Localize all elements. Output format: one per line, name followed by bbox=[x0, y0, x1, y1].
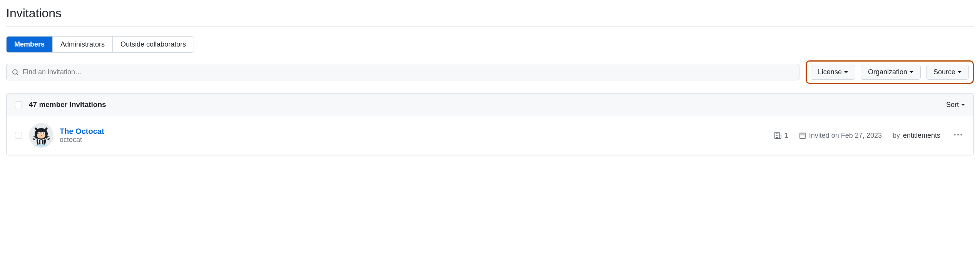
filter-organization-label: Organization bbox=[868, 68, 907, 76]
by-name: entitlements bbox=[903, 132, 940, 140]
filter-source[interactable]: Source bbox=[926, 65, 969, 80]
user-info: The Octocat octocat bbox=[60, 127, 774, 144]
svg-point-6 bbox=[43, 132, 44, 134]
organization-icon bbox=[774, 132, 781, 139]
svg-point-5 bbox=[38, 132, 40, 134]
invitations-list: 47 member invitations Sort bbox=[6, 93, 974, 155]
caret-down-icon bbox=[910, 71, 913, 73]
octocat-icon bbox=[29, 123, 54, 148]
tabs-group: Members Administrators Outside collabora… bbox=[6, 36, 194, 53]
user-login: octocat bbox=[60, 136, 774, 144]
row-actions-button[interactable] bbox=[951, 128, 965, 143]
table-row: The Octocat octocat 1 Invited on Feb 27,… bbox=[7, 116, 973, 155]
filter-license-label: License bbox=[818, 68, 842, 76]
list-header-left: 47 member invitations bbox=[15, 100, 106, 109]
user-display-name[interactable]: The Octocat bbox=[60, 127, 774, 136]
search-icon bbox=[12, 69, 19, 76]
select-all-checkbox[interactable] bbox=[15, 101, 22, 108]
search-wrap bbox=[6, 64, 799, 80]
divider bbox=[6, 27, 974, 27]
filter-group-highlighted: License Organization Source bbox=[806, 60, 974, 84]
caret-down-icon bbox=[844, 71, 848, 73]
search-filter-row: License Organization Source bbox=[6, 60, 974, 84]
tab-members[interactable]: Members bbox=[7, 37, 53, 52]
row-meta: 1 Invited on Feb 27, 2023 by entitlement… bbox=[774, 132, 940, 140]
row-checkbox[interactable] bbox=[15, 132, 22, 139]
list-count-text: 47 member invitations bbox=[29, 100, 106, 109]
caret-down-icon bbox=[958, 71, 962, 73]
filter-source-label: Source bbox=[933, 68, 955, 76]
filter-organization[interactable]: Organization bbox=[861, 65, 921, 80]
svg-point-7 bbox=[41, 135, 42, 136]
org-count: 1 bbox=[774, 132, 788, 140]
filter-license[interactable]: License bbox=[811, 65, 855, 80]
svg-point-8 bbox=[35, 144, 47, 147]
tab-outside-collaborators[interactable]: Outside collaborators bbox=[113, 37, 194, 52]
tab-administrators[interactable]: Administrators bbox=[53, 37, 113, 52]
search-input[interactable] bbox=[23, 68, 794, 76]
avatar bbox=[29, 123, 54, 148]
invited-by: by entitlements bbox=[893, 132, 940, 140]
list-header: 47 member invitations Sort bbox=[7, 93, 973, 116]
invited-date: Invited on Feb 27, 2023 bbox=[799, 132, 882, 140]
invited-text: Invited on Feb 27, 2023 bbox=[809, 132, 882, 140]
by-prefix: by bbox=[893, 132, 900, 140]
caret-down-icon bbox=[961, 104, 965, 106]
page-title: Invitations bbox=[6, 6, 974, 20]
kebab-icon bbox=[954, 131, 962, 139]
sort-label: Sort bbox=[946, 101, 959, 109]
org-count-value: 1 bbox=[784, 132, 788, 140]
calendar-icon bbox=[799, 132, 806, 139]
row-checkbox-col bbox=[15, 132, 29, 139]
sort-button[interactable]: Sort bbox=[946, 101, 965, 109]
